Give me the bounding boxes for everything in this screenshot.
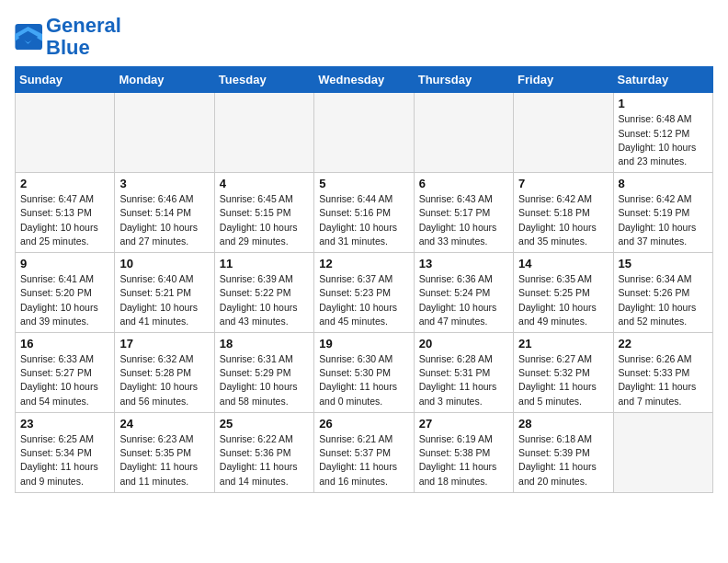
day-number: 1 (619, 97, 708, 110)
col-header-saturday: Saturday (613, 67, 712, 93)
calendar-cell (314, 93, 414, 173)
day-detail: Sunrise: 6:19 AM Sunset: 5:38 PM Dayligh… (419, 432, 508, 488)
day-number: 8 (619, 177, 708, 190)
calendar-cell: 16Sunrise: 6:33 AM Sunset: 5:27 PM Dayli… (16, 333, 115, 413)
day-number: 22 (619, 337, 708, 350)
week-row-5: 23Sunrise: 6:25 AM Sunset: 5:34 PM Dayli… (16, 412, 713, 492)
day-number: 6 (419, 177, 508, 190)
day-number: 24 (119, 417, 209, 431)
day-number: 25 (220, 417, 309, 431)
col-header-wednesday: Wednesday (314, 67, 414, 93)
day-detail: Sunrise: 6:27 AM Sunset: 5:32 PM Dayligh… (518, 352, 608, 408)
col-header-tuesday: Tuesday (214, 67, 313, 93)
day-number: 11 (220, 257, 309, 270)
calendar-cell (613, 412, 712, 492)
logo-general: General (46, 14, 121, 37)
calendar-cell: 24Sunrise: 6:23 AM Sunset: 5:35 PM Dayli… (115, 412, 214, 492)
day-detail: Sunrise: 6:47 AM Sunset: 5:13 PM Dayligh… (20, 192, 109, 248)
day-detail: Sunrise: 6:40 AM Sunset: 5:21 PM Dayligh… (119, 272, 209, 328)
day-number: 27 (419, 417, 508, 431)
day-number: 15 (619, 257, 708, 270)
week-row-2: 2Sunrise: 6:47 AM Sunset: 5:13 PM Daylig… (16, 173, 713, 253)
calendar-cell: 25Sunrise: 6:22 AM Sunset: 5:36 PM Dayli… (214, 412, 313, 492)
day-detail: Sunrise: 6:30 AM Sunset: 5:30 PM Dayligh… (319, 352, 408, 408)
calendar-cell: 26Sunrise: 6:21 AM Sunset: 5:37 PM Dayli… (314, 412, 414, 492)
calendar-cell: 27Sunrise: 6:19 AM Sunset: 5:38 PM Dayli… (414, 412, 513, 492)
calendar-cell: 28Sunrise: 6:18 AM Sunset: 5:39 PM Dayli… (514, 412, 613, 492)
week-row-4: 16Sunrise: 6:33 AM Sunset: 5:27 PM Dayli… (16, 333, 713, 413)
day-number: 17 (119, 337, 209, 350)
logo-blue: Blue (46, 36, 90, 59)
day-detail: Sunrise: 6:45 AM Sunset: 5:15 PM Dayligh… (220, 192, 309, 248)
day-number: 2 (20, 177, 109, 190)
day-detail: Sunrise: 6:48 AM Sunset: 5:12 PM Dayligh… (619, 112, 708, 168)
calendar-cell (514, 93, 613, 173)
day-detail: Sunrise: 6:21 AM Sunset: 5:37 PM Dayligh… (319, 432, 408, 488)
col-header-thursday: Thursday (414, 67, 513, 93)
day-detail: Sunrise: 6:33 AM Sunset: 5:27 PM Dayligh… (20, 352, 109, 408)
week-row-1: 1Sunrise: 6:48 AM Sunset: 5:12 PM Daylig… (16, 93, 713, 173)
calendar-cell: 7Sunrise: 6:42 AM Sunset: 5:18 PM Daylig… (514, 173, 613, 253)
day-number: 12 (319, 257, 408, 270)
calendar-cell: 18Sunrise: 6:31 AM Sunset: 5:29 PM Dayli… (214, 333, 313, 413)
day-number: 10 (119, 257, 209, 270)
day-number: 13 (419, 257, 508, 270)
calendar-cell: 4Sunrise: 6:45 AM Sunset: 5:15 PM Daylig… (214, 173, 313, 253)
col-header-friday: Friday (514, 67, 613, 93)
logo: General Blue (15, 15, 121, 59)
col-header-sunday: Sunday (16, 67, 115, 93)
calendar-header-row: SundayMondayTuesdayWednesdayThursdayFrid… (16, 67, 713, 93)
day-number: 21 (518, 337, 608, 350)
day-detail: Sunrise: 6:43 AM Sunset: 5:17 PM Dayligh… (419, 192, 508, 248)
logo-icon (15, 24, 44, 50)
calendar-cell: 10Sunrise: 6:40 AM Sunset: 5:21 PM Dayli… (115, 253, 214, 333)
day-detail: Sunrise: 6:26 AM Sunset: 5:33 PM Dayligh… (619, 352, 708, 408)
day-number: 18 (220, 337, 309, 350)
day-number: 7 (518, 177, 608, 190)
day-detail: Sunrise: 6:23 AM Sunset: 5:35 PM Dayligh… (119, 432, 209, 488)
day-number: 5 (319, 177, 408, 190)
day-number: 14 (518, 257, 608, 270)
header: General Blue (15, 15, 713, 59)
day-number: 26 (319, 417, 408, 431)
day-detail: Sunrise: 6:35 AM Sunset: 5:25 PM Dayligh… (518, 272, 608, 328)
day-detail: Sunrise: 6:28 AM Sunset: 5:31 PM Dayligh… (419, 352, 508, 408)
calendar-cell: 1Sunrise: 6:48 AM Sunset: 5:12 PM Daylig… (613, 93, 712, 173)
calendar-cell (414, 93, 513, 173)
day-detail: Sunrise: 6:41 AM Sunset: 5:20 PM Dayligh… (20, 272, 109, 328)
day-number: 4 (220, 177, 309, 190)
day-detail: Sunrise: 6:36 AM Sunset: 5:24 PM Dayligh… (419, 272, 508, 328)
day-number: 20 (419, 337, 508, 350)
calendar-cell: 9Sunrise: 6:41 AM Sunset: 5:20 PM Daylig… (16, 253, 115, 333)
calendar-cell: 19Sunrise: 6:30 AM Sunset: 5:30 PM Dayli… (314, 333, 414, 413)
day-detail: Sunrise: 6:18 AM Sunset: 5:39 PM Dayligh… (518, 432, 608, 488)
calendar-cell: 14Sunrise: 6:35 AM Sunset: 5:25 PM Dayli… (514, 253, 613, 333)
week-row-3: 9Sunrise: 6:41 AM Sunset: 5:20 PM Daylig… (16, 253, 713, 333)
day-detail: Sunrise: 6:46 AM Sunset: 5:14 PM Dayligh… (119, 192, 209, 248)
day-detail: Sunrise: 6:42 AM Sunset: 5:19 PM Dayligh… (619, 192, 708, 248)
calendar-cell (214, 93, 313, 173)
day-number: 3 (119, 177, 209, 190)
calendar-cell: 13Sunrise: 6:36 AM Sunset: 5:24 PM Dayli… (414, 253, 513, 333)
calendar-cell: 22Sunrise: 6:26 AM Sunset: 5:33 PM Dayli… (613, 333, 712, 413)
day-detail: Sunrise: 6:39 AM Sunset: 5:22 PM Dayligh… (220, 272, 309, 328)
calendar-cell: 20Sunrise: 6:28 AM Sunset: 5:31 PM Dayli… (414, 333, 513, 413)
day-detail: Sunrise: 6:31 AM Sunset: 5:29 PM Dayligh… (220, 352, 309, 408)
calendar-cell: 5Sunrise: 6:44 AM Sunset: 5:16 PM Daylig… (314, 173, 414, 253)
calendar-cell: 3Sunrise: 6:46 AM Sunset: 5:14 PM Daylig… (115, 173, 214, 253)
day-detail: Sunrise: 6:44 AM Sunset: 5:16 PM Dayligh… (319, 192, 408, 248)
day-detail: Sunrise: 6:37 AM Sunset: 5:23 PM Dayligh… (319, 272, 408, 328)
day-detail: Sunrise: 6:25 AM Sunset: 5:34 PM Dayligh… (20, 432, 109, 488)
day-number: 9 (20, 257, 109, 270)
day-detail: Sunrise: 6:22 AM Sunset: 5:36 PM Dayligh… (220, 432, 309, 488)
calendar-cell: 15Sunrise: 6:34 AM Sunset: 5:26 PM Dayli… (613, 253, 712, 333)
calendar-cell: 11Sunrise: 6:39 AM Sunset: 5:22 PM Dayli… (214, 253, 313, 333)
day-number: 19 (319, 337, 408, 350)
day-detail: Sunrise: 6:32 AM Sunset: 5:28 PM Dayligh… (119, 352, 209, 408)
col-header-monday: Monday (115, 67, 214, 93)
calendar-cell: 2Sunrise: 6:47 AM Sunset: 5:13 PM Daylig… (16, 173, 115, 253)
day-number: 16 (20, 337, 109, 350)
calendar-table: SundayMondayTuesdayWednesdayThursdayFrid… (15, 66, 713, 492)
day-detail: Sunrise: 6:34 AM Sunset: 5:26 PM Dayligh… (619, 272, 708, 328)
calendar-cell (16, 93, 115, 173)
